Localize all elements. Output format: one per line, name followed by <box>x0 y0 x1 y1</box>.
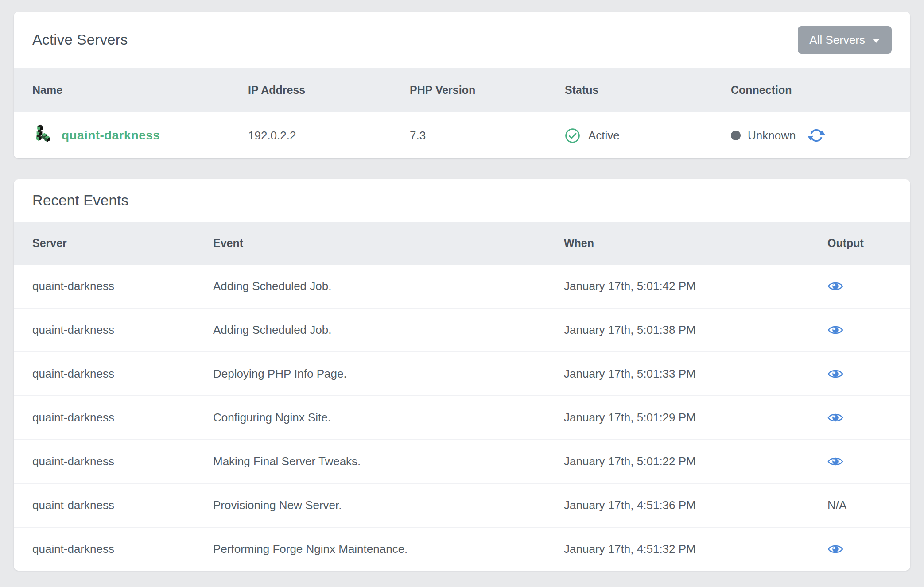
column-header-event: Event <box>213 222 564 265</box>
event-description: Adding Scheduled Job. <box>213 308 564 352</box>
event-row: quaint-darkness Making Final Server Twea… <box>14 440 910 483</box>
column-header-server: Server <box>14 222 213 265</box>
eye-icon <box>827 543 843 555</box>
active-servers-card: Active Servers All Servers Name IP Addre… <box>14 12 910 158</box>
column-header-name: Name <box>14 68 248 112</box>
recent-events-header: Recent Events <box>14 179 910 222</box>
server-status-label: Active <box>588 129 620 143</box>
column-header-status: Status <box>565 68 731 112</box>
forge-dashboard-page: Active Servers All Servers Name IP Addre… <box>0 0 924 587</box>
all-servers-dropdown-label: All Servers <box>809 33 865 47</box>
check-circle-icon <box>565 128 580 143</box>
active-servers-table: Name IP Address PHP Version Status Conne… <box>14 68 910 158</box>
status-dot-icon <box>731 131 741 140</box>
refresh-icon <box>808 127 825 144</box>
column-header-ip-address: IP Address <box>248 68 410 112</box>
refresh-connection-button[interactable] <box>808 127 825 144</box>
server-row: quaint-darkness 192.0.2.2 7.3 <box>14 112 910 158</box>
caret-down-icon <box>872 39 880 43</box>
event-description: Deploying PHP Info Page. <box>213 352 564 396</box>
event-when: January 17th, 5:01:42 PM <box>564 265 819 308</box>
event-row: quaint-darkness Adding Scheduled Job. Ja… <box>14 265 910 308</box>
recent-events-title: Recent Events <box>32 192 128 209</box>
recent-events-card: Recent Events Server Event When Output q… <box>14 179 910 571</box>
active-servers-title: Active Servers <box>32 31 128 48</box>
eye-icon <box>827 456 843 467</box>
column-header-php-version: PHP Version <box>410 68 565 112</box>
event-description: Configuring Nginx Site. <box>213 396 564 440</box>
event-row: quaint-darkness Provisioning New Server.… <box>14 483 910 527</box>
active-servers-header-row: Name IP Address PHP Version Status Conne… <box>14 68 910 112</box>
server-php-version: 7.3 <box>410 112 565 158</box>
event-description: Adding Scheduled Job. <box>213 265 564 308</box>
event-when: January 17th, 5:01:29 PM <box>564 396 819 440</box>
column-header-output: Output <box>819 222 910 265</box>
event-row: quaint-darkness Adding Scheduled Job. Ja… <box>14 308 910 352</box>
view-output-button[interactable] <box>819 368 843 380</box>
event-server: quaint-darkness <box>14 352 213 396</box>
eye-icon <box>827 412 843 424</box>
event-when: January 17th, 5:01:33 PM <box>564 352 819 396</box>
view-output-button[interactable] <box>819 280 843 292</box>
server-cubes-icon <box>32 123 50 148</box>
event-when: January 17th, 5:01:22 PM <box>564 440 819 483</box>
eye-icon <box>827 324 843 336</box>
active-servers-header: Active Servers All Servers <box>14 12 910 68</box>
recent-events-table: Server Event When Output quaint-darkness… <box>14 222 910 571</box>
column-header-connection: Connection <box>731 68 910 112</box>
view-output-button[interactable] <box>819 456 843 467</box>
event-output-na: N/A <box>819 483 910 527</box>
view-output-button[interactable] <box>819 412 843 424</box>
event-server: quaint-darkness <box>14 483 213 527</box>
view-output-button[interactable] <box>819 324 843 336</box>
server-ip-address: 192.0.2.2 <box>248 112 410 158</box>
event-when: January 17th, 5:01:38 PM <box>564 308 819 352</box>
event-row: quaint-darkness Deploying PHP Info Page.… <box>14 352 910 396</box>
event-description: Provisioning New Server. <box>213 483 564 527</box>
event-server: quaint-darkness <box>14 396 213 440</box>
event-server: quaint-darkness <box>14 308 213 352</box>
event-server: quaint-darkness <box>14 440 213 483</box>
all-servers-dropdown-button[interactable]: All Servers <box>798 26 892 54</box>
server-name-link[interactable]: quaint-darkness <box>62 128 160 143</box>
view-output-button[interactable] <box>819 543 843 555</box>
event-description: Making Final Server Tweaks. <box>213 440 564 483</box>
event-row: quaint-darkness Configuring Nginx Site. … <box>14 396 910 440</box>
event-description: Performing Forge Nginx Maintenance. <box>213 527 564 571</box>
eye-icon <box>827 280 843 292</box>
event-server: quaint-darkness <box>14 527 213 571</box>
column-header-when: When <box>564 222 819 265</box>
recent-events-header-row: Server Event When Output <box>14 222 910 265</box>
event-row: quaint-darkness Performing Forge Nginx M… <box>14 527 910 571</box>
event-server: quaint-darkness <box>14 265 213 308</box>
event-when: January 17th, 4:51:36 PM <box>564 483 819 527</box>
event-when: January 17th, 4:51:32 PM <box>564 527 819 571</box>
server-connection-label: Unknown <box>748 129 796 143</box>
eye-icon <box>827 368 843 380</box>
